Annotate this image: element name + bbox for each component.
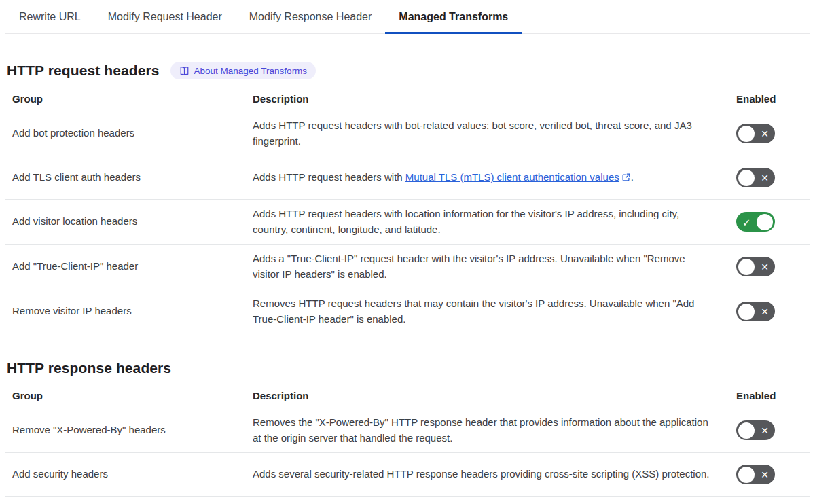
toggle-bot-protection-headers[interactable]: ✓ ✕ — [736, 124, 775, 143]
x-icon: ✕ — [761, 173, 769, 183]
description-text: . — [631, 171, 634, 183]
group-cell: Remove "X-Powered-By" headers — [5, 408, 246, 453]
table-row: Add security headers Adds several securi… — [5, 453, 810, 497]
group-cell: Add bot protection headers — [5, 111, 246, 156]
table-row: Add TLS client auth headers Adds HTTP re… — [5, 156, 810, 200]
description-cell: Removes HTTP request headers that may co… — [246, 289, 729, 334]
column-header-group: Group — [5, 384, 246, 408]
check-icon: ✓ — [742, 217, 751, 227]
description-cell: Adds HTTP request headers with Mutual TL… — [246, 156, 729, 200]
transform-rules-tabbar: Rewrite URL Modify Request Header Modify… — [5, 0, 810, 34]
about-managed-transforms-badge[interactable]: About Managed Transforms — [170, 62, 316, 79]
book-icon — [179, 66, 189, 76]
group-cell: Remove visitor IP headers — [5, 289, 246, 334]
tab-modify-response-header[interactable]: Modify Response Header — [236, 0, 386, 33]
toggle-knob — [738, 304, 755, 320]
external-link-icon — [619, 171, 631, 183]
badge-label: About Managed Transforms — [194, 66, 308, 76]
description-cell: Adds HTTP request headers with location … — [246, 200, 729, 245]
toggle-remove-x-powered-by-headers[interactable]: ✓ ✕ — [736, 420, 775, 440]
column-header-description: Description — [246, 384, 729, 408]
tab-modify-request-header[interactable]: Modify Request Header — [94, 0, 236, 33]
column-header-enabled: Enabled — [729, 88, 810, 111]
description-text: Adds HTTP request headers with — [253, 171, 405, 183]
toggle-knob — [738, 259, 755, 275]
column-header-description: Description — [246, 88, 729, 111]
toggle-add-security-headers[interactable]: ✓ ✕ — [736, 465, 775, 484]
table-row: Add bot protection headers Adds HTTP req… — [5, 111, 810, 156]
response-headers-title: HTTP response headers — [7, 360, 171, 376]
column-header-enabled: Enabled — [729, 384, 810, 408]
toggle-remove-visitor-ip-headers[interactable]: ✓ ✕ — [736, 302, 775, 321]
toggle-true-client-ip-header[interactable]: ✓ ✕ — [736, 257, 775, 276]
description-cell: Adds HTTP request headers with bot-relat… — [246, 111, 729, 156]
table-row: Remove visitor IP headers Removes HTTP r… — [5, 289, 810, 334]
toggle-visitor-location-headers[interactable]: ✓ ✕ — [736, 212, 775, 232]
description-cell: Adds a "True-Client-IP" request header w… — [246, 245, 729, 289]
group-cell: Add security headers — [5, 453, 246, 497]
x-icon: ✕ — [761, 426, 769, 435]
request-headers-table: Group Description Enabled Add bot protec… — [5, 88, 810, 334]
toggle-tls-client-auth-headers[interactable]: ✓ ✕ — [736, 168, 775, 187]
request-headers-title: HTTP request headers — [7, 62, 160, 79]
mtls-values-link[interactable]: Mutual TLS (mTLS) client authentication … — [405, 171, 631, 183]
group-cell: Add TLS client auth headers — [5, 156, 246, 200]
toggle-knob — [738, 422, 755, 439]
table-row: Remove "X-Powered-By" headers Removes th… — [5, 408, 810, 453]
group-cell: Add "True-Client-IP" header — [5, 245, 246, 289]
x-icon: ✕ — [761, 129, 769, 139]
table-row: Add "True-Client-IP" header Adds a "True… — [5, 245, 810, 289]
toggle-knob — [738, 170, 755, 186]
column-header-group: Group — [5, 88, 246, 111]
table-row: Add visitor location headers Adds HTTP r… — [5, 200, 810, 245]
toggle-knob — [738, 467, 755, 483]
response-headers-table: Group Description Enabled Remove "X-Powe… — [5, 384, 810, 497]
group-cell: Add visitor location headers — [5, 200, 246, 245]
toggle-knob — [757, 214, 773, 230]
x-icon: ✕ — [761, 262, 769, 272]
tab-managed-transforms[interactable]: Managed Transforms — [385, 0, 522, 33]
x-icon: ✕ — [761, 470, 769, 480]
description-cell: Removes the "X-Powered-By" HTTP response… — [246, 408, 729, 453]
tab-rewrite-url[interactable]: Rewrite URL — [5, 0, 94, 33]
x-icon: ✕ — [761, 307, 769, 317]
description-cell: Adds several security-related HTTP respo… — [246, 453, 729, 497]
toggle-knob — [738, 126, 755, 142]
